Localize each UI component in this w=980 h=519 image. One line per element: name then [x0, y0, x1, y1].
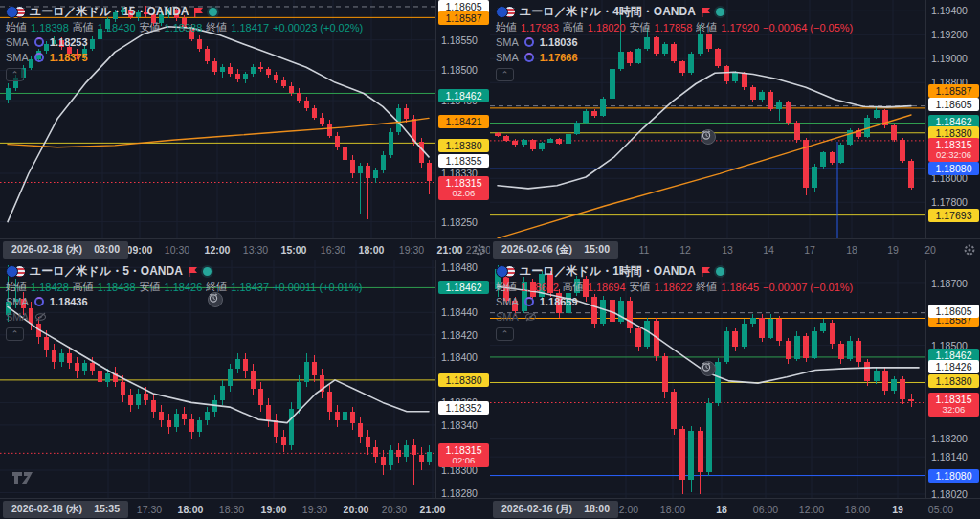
close-value: 1.18437 [231, 282, 269, 293]
pair-logo-icon [6, 265, 25, 278]
close-value: 1.18417 [231, 22, 269, 34]
chart-panel-5min: ユーロ／米ドル・5・OANDA 始値1.18428 高値1.18438 安値1.… [0, 260, 490, 519]
sma-indicator-row[interactable]: SMA [496, 309, 853, 325]
time-tick: 17:30 [137, 504, 162, 515]
symbol-title[interactable]: ユーロ／米ドル・15・OANDA [30, 4, 189, 20]
chart-panel-15min: ユーロ／米ドル・15・OANDA 始値1.18398 高値1.18430 安値1… [0, 0, 490, 260]
open-value: 1.18428 [31, 282, 69, 293]
multi-chart-layout: ユーロ／米ドル・15・OANDA 始値1.18398 高値1.18430 安値1… [0, 0, 980, 519]
market-status-dot[interactable] [716, 8, 724, 16]
pair-logo-icon [496, 6, 515, 18]
change-value: −0.00007 (−0.01%) [763, 282, 853, 293]
price-axis[interactable]: 1.184801.184401.184201.184001.183601.183… [435, 260, 490, 498]
sma-indicator-row[interactable]: SMA1.18436 [6, 294, 362, 309]
eye-hidden-icon[interactable] [34, 312, 47, 322]
time-tick: 18:00 [845, 504, 870, 515]
horizontal-price-lines[interactable] [490, 106, 925, 215]
high-label: 高値 [73, 20, 94, 34]
price-badge: 1.18605 [928, 305, 979, 318]
source-loop-icon [524, 53, 534, 62]
sma-indicator-row[interactable]: SMA1.18036 [496, 34, 853, 50]
price-badge: 1.18080 [928, 162, 979, 175]
high-label: 高値 [73, 280, 94, 294]
low-value: 1.18426 [165, 282, 203, 293]
symbol-title[interactable]: ユーロ／米ドル・4時間・OANDA [520, 4, 696, 20]
time-axis[interactable]: 2026-02-18 (水)15:357:0017:3018:0018:3019… [0, 498, 490, 519]
time-tick: 18 [716, 504, 727, 515]
time-tick: 19:30 [302, 504, 327, 515]
chart-legend: ユーロ／米ドル・15・OANDA 始値1.18398 高値1.18430 安値1… [6, 3, 363, 81]
flag-icon[interactable] [193, 7, 204, 17]
symbol-title-row[interactable]: ユーロ／米ドル・1時間・OANDA [496, 262, 853, 280]
time-axis[interactable]: 2026-02-16 (月)18:0012:0018:001806:0012:0… [490, 498, 980, 519]
price-tick: 1.19000 [931, 53, 968, 64]
symbol-title-row[interactable]: ユーロ／米ドル・15・OANDA [6, 3, 363, 20]
date-box: 2026-02-18 (水)15:35 [3, 501, 128, 518]
sma-label: SMA [496, 36, 519, 48]
time-tick: 20:00 [344, 504, 369, 515]
legend-collapse-button[interactable]: ⌃ [496, 327, 514, 341]
price-tick: 1.18700 [931, 278, 968, 289]
pair-logo-icon [6, 6, 25, 18]
price-axis[interactable]: 1.185501.185001.184501.183301.182501.186… [435, 0, 490, 238]
market-status-dot[interactable] [203, 267, 212, 276]
alarm-clock-icon[interactable] [701, 361, 716, 376]
high-value: 1.18438 [98, 282, 136, 293]
price-tick: 1.18340 [441, 419, 478, 431]
price-axis[interactable]: 1.194001.192001.190001.188001.180001.178… [925, 0, 980, 238]
symbol-title-row[interactable]: ユーロ／米ドル・5・OANDA [6, 262, 362, 280]
sma-indicator-row[interactable]: SMA1.17666 [496, 50, 853, 65]
sma-indicator-row[interactable]: SMA1.18253 [6, 34, 363, 50]
flag-icon[interactable] [188, 266, 198, 277]
flag-icon[interactable] [701, 7, 711, 17]
time-tick: 13:30 [243, 244, 268, 256]
time-label: 15:35 [94, 503, 120, 516]
market-status-dot[interactable] [716, 267, 724, 276]
symbol-title[interactable]: ユーロ／米ドル・5・OANDA [30, 263, 183, 280]
sma-label: SMA [496, 296, 519, 307]
time-axis[interactable]: 2026-02-06 (金)15:00101112131417181920 [490, 238, 980, 260]
time-tick: 12:00 [799, 504, 824, 515]
close-value: 1.18645 [721, 282, 759, 293]
sma-indicator-row[interactable]: SMA1.18659 [496, 294, 853, 309]
change-value: +0.00023 (+0.02%) [273, 22, 363, 34]
time-tick: 21:00 [437, 244, 463, 256]
price-badge: 1.18587 [928, 84, 979, 98]
open-label: 始値 [496, 20, 517, 34]
flag-icon[interactable] [701, 266, 711, 277]
time-tick: 15:00 [281, 244, 307, 256]
close-label: 終値 [696, 280, 717, 294]
ohlc-row: 始値1.18652 高値1.18694 安値1.18622 終値1.18645 … [496, 280, 853, 294]
alarm-clock-icon[interactable] [701, 129, 716, 145]
change-value: +0.00011 (+0.01%) [273, 282, 362, 293]
time-axis[interactable]: 2026-02-18 (水)03:007:3009:0010:3012:0013… [0, 238, 490, 260]
sma-indicator-row[interactable]: SMA1.18375 [6, 50, 363, 65]
symbol-title[interactable]: ユーロ／米ドル・1時間・OANDA [520, 263, 696, 280]
high-value: 1.18020 [588, 22, 626, 34]
low-label: 安値 [140, 20, 161, 34]
sma-value: 1.18253 [50, 36, 88, 48]
open-label: 始値 [6, 280, 27, 294]
time-tick: 12 [679, 244, 691, 256]
symbol-title-row[interactable]: ユーロ／米ドル・4時間・OANDA [496, 3, 853, 20]
source-loop-icon [524, 297, 534, 306]
pair-logo-icon [496, 265, 515, 278]
source-loop-icon [34, 37, 44, 47]
price-axis[interactable]: 1.187001.185001.182001.181401.180201.185… [925, 260, 980, 498]
legend-collapse-button[interactable]: ⌃ [6, 327, 24, 341]
market-status-dot[interactable] [209, 8, 217, 16]
gear-icon[interactable] [963, 243, 976, 257]
price-badge: 1.1831502:32:06 [928, 138, 979, 162]
eye-hidden-icon[interactable] [524, 312, 537, 322]
low-value: 1.18622 [655, 282, 693, 293]
legend-collapse-button[interactable]: ⌃ [496, 68, 514, 81]
date-box: 2026-02-16 (月)18:00 [493, 501, 618, 518]
low-label: 安値 [140, 280, 161, 294]
time-tick: 20:30 [382, 504, 407, 515]
legend-collapse-button[interactable]: ⌃ [6, 68, 24, 81]
time-tick: 19 [887, 244, 899, 256]
date-label: 2026-02-18 (水) [11, 503, 82, 516]
sma-indicator-row[interactable]: SMA [6, 309, 362, 325]
gear-icon[interactable] [473, 243, 486, 257]
price-badge: 1.18380 [928, 374, 979, 388]
